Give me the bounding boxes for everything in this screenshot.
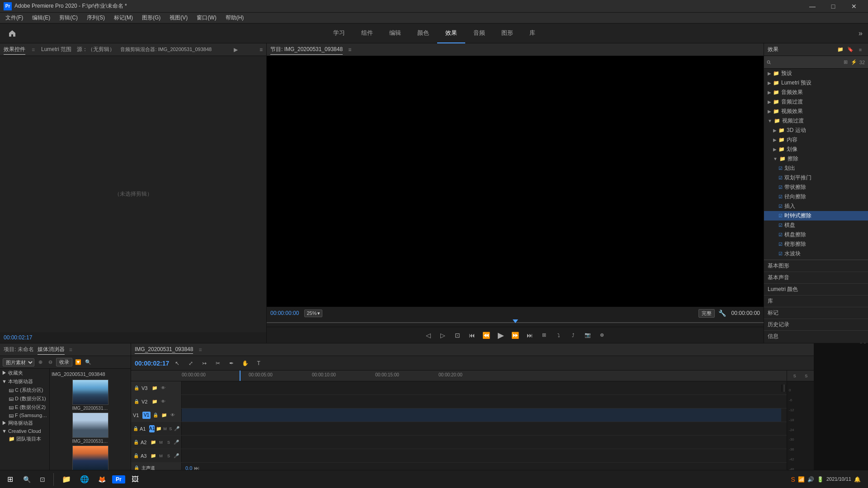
go-to-in-button[interactable]: ⏮ (466, 329, 478, 342)
go-to-out-button[interactable]: ⏭ (524, 329, 536, 342)
track-v2-eye[interactable]: 👁 (160, 398, 167, 405)
tl-razor-tool[interactable]: ✂ (212, 358, 223, 369)
tree-local-drives[interactable]: ▼ 本地驱动器 (0, 377, 49, 386)
step-back-button[interactable]: ⏪ (480, 329, 493, 342)
tree-presets[interactable]: ▶ 📁 预设 (764, 69, 868, 78)
menu-clip[interactable]: 剪辑(C) (57, 13, 80, 23)
tab-audio-mixer[interactable]: 音频剪辑混合器: IMG_20200531_093848 (120, 45, 212, 54)
tab-lumetri-scope[interactable]: Lumetri 范围 (41, 45, 71, 54)
tree-wipe[interactable]: ▶ 📁 划像 (764, 145, 868, 154)
tab-library[interactable]: 库 (521, 23, 543, 43)
tree-drive-e[interactable]: 🖴 E (数据分区2) (0, 403, 49, 412)
tree-effect-bandwipe[interactable]: ☑ 带状擦除 (764, 183, 868, 192)
track-v2-lock[interactable]: 🔒 (133, 398, 140, 405)
media-add-icon[interactable]: ⊕ (36, 358, 44, 366)
taskbar-file-explorer[interactable]: 📁 (59, 475, 74, 483)
media-item-1[interactable]: IMG_20200531_093848 (52, 380, 129, 411)
section-markers[interactable]: 标记 (764, 307, 868, 319)
tree-drive-d[interactable]: 🖴 D (数据分区1) (0, 394, 49, 403)
tl-ripple-tool[interactable]: ⤢ (185, 358, 196, 369)
tl-hand-tool[interactable]: ✋ (240, 358, 250, 369)
nav-more-button[interactable]: » (859, 29, 863, 38)
track-a1-folder[interactable]: 📁 (156, 425, 161, 432)
effects-view-icon[interactable]: ⊞ (842, 58, 849, 66)
taskbar-premiere[interactable]: Pr (112, 475, 125, 483)
tray-volume-icon[interactable]: 🔊 (807, 476, 814, 483)
close-button[interactable]: ✕ (844, 0, 864, 13)
multicam-toggle[interactable]: ⊞ (538, 329, 551, 342)
track-a3-mic[interactable]: 🎤 (173, 452, 179, 460)
track-v3-lock[interactable]: 🔒 (133, 385, 140, 392)
tree-effect-checkerwipe[interactable]: ☑ 棋盘擦除 (764, 230, 868, 239)
tree-effect-checker[interactable]: ☑ 棋盘 (764, 221, 868, 230)
zoom-selector[interactable]: 25% ▾ (304, 310, 322, 317)
track-a1-mic[interactable]: 🎤 (174, 425, 179, 432)
button-editor[interactable]: ⊕ (596, 329, 609, 342)
section-basic-sound[interactable]: 基本声音 (764, 272, 868, 283)
menu-view[interactable]: 视图(V) (168, 13, 189, 23)
tree-audio-transitions[interactable]: ▶ 📁 音频过渡 (764, 97, 868, 107)
track-a3-lock[interactable]: 🔒 (133, 452, 139, 460)
track-v1-active-btn[interactable]: V1 (142, 412, 151, 419)
overwrite-button[interactable]: ⤴ (567, 329, 580, 342)
track-v2-content[interactable] (182, 395, 781, 408)
tree-favorites[interactable]: ▶ 收藏夹 (0, 369, 49, 377)
tree-drive-c[interactable]: 🖴 C (系统分区) (0, 386, 49, 394)
tree-video-transitions[interactable]: ▼ 📁 视频过渡 (764, 116, 868, 126)
quality-selector[interactable]: 完整 (698, 309, 715, 318)
tl-pen-tool[interactable]: ✒ (226, 358, 237, 369)
track-v1-folder[interactable]: 📁 (160, 412, 168, 419)
media-search-icon[interactable]: 🔍 (84, 358, 92, 366)
tree-erasing[interactable]: ▼ 📁 擦除 (764, 154, 868, 164)
maximize-button[interactable]: □ (823, 0, 844, 13)
track-v3-eye[interactable]: 👁 (160, 385, 167, 392)
track-v2-folder[interactable]: 📁 (151, 398, 158, 405)
track-v3-folder[interactable]: 📁 (151, 385, 158, 392)
track-v1-eye[interactable]: 👁 (169, 412, 176, 419)
tab-program-monitor[interactable]: 节目: IMG_20200531_093848 (270, 45, 343, 55)
timeline-scrubber[interactable] (267, 319, 764, 327)
track-v1-lock[interactable]: 🔒 (152, 412, 159, 419)
menu-graphics[interactable]: 图形(G) (140, 13, 162, 23)
track-a2-lock[interactable]: 🔒 (133, 439, 139, 446)
track-a1-solo[interactable]: S (169, 425, 173, 432)
section-library[interactable]: 库 (764, 295, 868, 307)
timeline-current-time[interactable]: 00:00:02:17 (135, 360, 169, 367)
track-v3-content[interactable] (182, 381, 781, 394)
track-a2-solo[interactable]: S (165, 439, 172, 446)
tray-notification[interactable]: 🔔 (854, 476, 861, 483)
tree-drive-f[interactable]: 🖴 F (Samsung USB) (0, 412, 49, 419)
tree-effect-wedgewipe[interactable]: ☑ 楔形擦除 (764, 239, 868, 249)
current-time-display[interactable]: 00:00:00:00 (270, 310, 299, 316)
track-a1-active-btn[interactable]: A1 (149, 425, 155, 432)
track-a3-mute[interactable]: M (158, 452, 164, 460)
taskbar-edge[interactable]: 🌐 (77, 475, 92, 483)
track-a3-content[interactable] (182, 449, 781, 462)
effects-new-custom-icon[interactable]: 🔖 (846, 46, 854, 54)
tab-effects-controls[interactable]: 效果控件 (4, 45, 25, 55)
media-type-selector[interactable]: 图片素材 (3, 358, 34, 366)
track-a1-content[interactable] (182, 422, 781, 435)
tl-type-tool[interactable]: T (253, 358, 264, 369)
tree-audio-effects[interactable]: ▶ 📁 音频效果 (764, 88, 868, 97)
menu-window[interactable]: 窗口(W) (195, 13, 218, 23)
media-item-2[interactable]: IMG_20200531_093908 (52, 413, 129, 444)
minimize-button[interactable]: — (802, 0, 823, 13)
tray-battery-icon[interactable]: 🔋 (817, 476, 824, 483)
track-a2-content[interactable] (182, 436, 781, 449)
effects-32bit-icon[interactable]: 32 (859, 58, 865, 66)
start-button[interactable]: ⊞ (4, 475, 17, 483)
section-info[interactable]: 信息 (764, 330, 868, 342)
menu-file[interactable]: 文件(F) (4, 13, 25, 23)
menu-marker[interactable]: 标记(M) (112, 13, 135, 23)
search-button[interactable]: 🔍 (20, 476, 33, 483)
section-history[interactable]: 历史记录 (764, 319, 868, 330)
tree-creative-cloud[interactable]: ▼ Creative Cloud (0, 427, 49, 435)
media-ingest-button[interactable]: 收录 (56, 358, 72, 366)
menu-edit[interactable]: 编辑(E) (30, 13, 52, 23)
tree-effect-radialwipe[interactable]: ☑ 径向擦除 (764, 192, 868, 202)
timeline-ruler[interactable]: 00:00:00:00 00:00:05:00 00:00:10:00 00:0… (131, 371, 787, 381)
track-a2-mute[interactable]: M (158, 439, 164, 446)
tab-edit[interactable]: 编辑 (381, 23, 409, 43)
tab-source[interactable]: 源：（无剪辑） (77, 45, 115, 54)
